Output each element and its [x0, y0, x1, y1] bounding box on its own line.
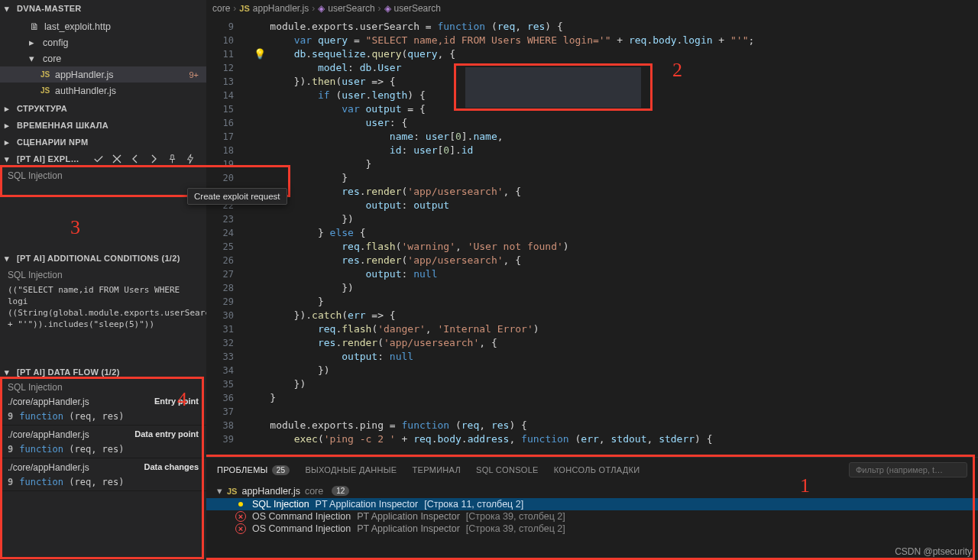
line-number: 28: [206, 281, 234, 295]
explorer-title: DVNA-MASTER: [17, 4, 82, 13]
df-file-path[interactable]: ./core/appHandler.js: [8, 429, 89, 440]
panel-tab[interactable]: SQL CONSOLE: [476, 465, 539, 474]
check-icon[interactable]: [90, 151, 107, 167]
code-line[interactable]: output: output: [246, 199, 978, 212]
panel-tab[interactable]: ТЕРМИНАЛ: [413, 465, 461, 474]
df-code[interactable]: function (req, res): [19, 477, 124, 487]
crumb-symbol2[interactable]: userSearch: [394, 3, 441, 14]
code-line[interactable]: req.flash('danger', 'Internal Error'): [246, 322, 978, 336]
crumb-folder[interactable]: core: [212, 3, 230, 14]
code-line[interactable]: }): [246, 281, 978, 295]
chevron-down-icon: ▾: [5, 367, 14, 377]
code-line[interactable]: name: user[0].name,: [246, 130, 978, 144]
panel-tab[interactable]: ВЫХОДНЫЕ ДАННЫЕ: [305, 465, 397, 474]
code-line[interactable]: }: [246, 157, 978, 171]
code-line[interactable]: }).catch(err => {: [246, 309, 978, 322]
file-problems-count: 12: [332, 486, 349, 496]
code-line[interactable]: }).then(user => {: [246, 75, 978, 89]
code-line[interactable]: }: [246, 391, 978, 405]
code-line[interactable]: module.exports.userSearch = function (re…: [246, 20, 978, 34]
ptai-exploit-header[interactable]: ▾ [PT AI] EXPL…: [0, 151, 206, 167]
ptai-cond-title: [PT AI] ADDITIONAL CONDITIONS (1/2): [17, 254, 180, 263]
lightning-icon[interactable]: [182, 151, 199, 167]
code-line[interactable]: user: {: [246, 116, 978, 130]
code-line[interactable]: } else {: [246, 226, 978, 240]
ptai-df-header[interactable]: ▾ [PT AI] DATA FLOW (1/2): [0, 364, 206, 380]
problem-row[interactable]: OS Command Injection PT Application Insp…: [206, 510, 978, 523]
code-line[interactable]: }: [246, 171, 978, 185]
code-line[interactable]: }): [246, 364, 978, 377]
df-file-path[interactable]: ./core/appHandler.js: [8, 462, 89, 473]
line-number: 36: [206, 391, 234, 405]
chevron-right-icon: ▸: [5, 104, 14, 114]
code-line[interactable]: exec('ping -c 2 ' + req.body.address, fu…: [246, 432, 978, 446]
annotation-label-4: 4: [177, 388, 187, 411]
lightbulb-icon[interactable]: 💡: [254, 48, 264, 59]
code-line[interactable]: id: user[0].id: [246, 144, 978, 157]
ptai-df-title: [PT AI] DATA FLOW (1/2): [17, 367, 120, 377]
problem-title: OS Command Injection: [252, 523, 351, 534]
line-number: 35: [206, 377, 234, 391]
df-file-path[interactable]: ./core/appHandler.js: [8, 397, 89, 407]
file-item[interactable]: 🗎last_exploit.http: [0, 18, 206, 34]
file-item[interactable]: JSappHandler.js9+: [0, 66, 206, 83]
line-number: 23: [206, 212, 234, 226]
pin-icon[interactable]: [164, 151, 180, 167]
js-icon: JS: [227, 487, 237, 496]
code-line[interactable]: }): [246, 377, 978, 391]
crumb-symbol1[interactable]: userSearch: [328, 3, 374, 14]
code-line[interactable]: db.sequelize.query(query, {: [246, 47, 978, 61]
df-line-number: 9: [8, 411, 13, 422]
annotation-label-1: 1: [800, 474, 810, 497]
problem-row[interactable]: OS Command Injection PT Application Insp…: [206, 523, 978, 535]
panel-tab[interactable]: КОНСОЛЬ ОТЛАДКИ: [554, 465, 640, 474]
df-code[interactable]: function (req, res): [19, 411, 124, 422]
panel-tab[interactable]: ПРОБЛЕМЫ25: [217, 465, 290, 475]
line-number: 11: [206, 47, 234, 61]
close-icon[interactable]: [108, 151, 125, 167]
code-line[interactable]: req.flash('warning', 'User not found'): [246, 240, 978, 254]
annotation-label-3: 3: [70, 216, 80, 239]
code-line[interactable]: output: null: [246, 350, 978, 364]
code-line[interactable]: res.render('app/usersearch', {: [246, 254, 978, 267]
code-line[interactable]: output: null: [246, 267, 978, 281]
tree-item-label: core: [43, 53, 61, 64]
code-line[interactable]: res.render('app/usersearch', {: [246, 185, 978, 199]
code-line[interactable]: var output = {: [246, 102, 978, 116]
folder-item[interactable]: ▾core: [0, 50, 206, 66]
code-line[interactable]: }): [246, 212, 978, 226]
cube-icon: ◈: [384, 3, 391, 14]
file-item[interactable]: JSauthHandler.js: [0, 83, 206, 99]
problem-row[interactable]: SQL Injection PT Application Inspector […: [206, 498, 978, 510]
df-line-number: 9: [8, 477, 13, 487]
sidebar-section-header[interactable]: ▸СТРУКТУРА: [0, 100, 206, 117]
section-title: СЦЕНАРИИ NPM: [17, 138, 88, 147]
problems-file-name[interactable]: appHandler.js: [241, 486, 300, 497]
crumb-file[interactable]: appHandler.js: [253, 3, 309, 14]
code-line[interactable]: model: db.User: [246, 61, 978, 75]
explorer-root[interactable]: ▾ DVNA-MASTER: [0, 0, 206, 17]
line-number: 15: [206, 102, 234, 116]
ptai-cond-sub: SQL Injection: [8, 270, 199, 284]
prev-icon[interactable]: [127, 151, 144, 167]
ptai-cond-header[interactable]: ▾ [PT AI] ADDITIONAL CONDITIONS (1/2): [0, 250, 206, 267]
sidebar-section-header[interactable]: ▸ВРЕМЕННАЯ ШКАЛА: [0, 117, 206, 134]
code-line[interactable]: var query = "SELECT name,id FROM Users W…: [246, 34, 978, 47]
code-line[interactable]: res.render('app/usersearch', {: [246, 336, 978, 350]
js-icon: JS: [40, 86, 50, 95]
code-editor[interactable]: 9101112131415161718192021222324252627282…: [206, 17, 978, 457]
code-line[interactable]: module.exports.ping = function (req, res…: [246, 419, 978, 432]
sidebar-section-header[interactable]: ▸СЦЕНАРИИ NPM: [0, 134, 206, 151]
problems-filter-input[interactable]: [849, 462, 967, 477]
watermark: CSDN @ptsecurity: [895, 546, 972, 557]
code-line[interactable]: if (user.length) {: [246, 89, 978, 102]
tree-item-label: authHandler.js: [55, 86, 116, 96]
code-line[interactable]: [246, 405, 978, 419]
df-code[interactable]: function (req, res): [19, 444, 124, 455]
code-line[interactable]: }: [246, 295, 978, 309]
folder-item[interactable]: ▸config: [0, 34, 206, 50]
next-icon[interactable]: [145, 151, 162, 167]
breadcrumb[interactable]: core › JS appHandler.js › ◈ userSearch ›…: [206, 0, 978, 17]
line-number: 32: [206, 336, 234, 350]
chevron-down-icon[interactable]: ▾: [217, 485, 222, 497]
